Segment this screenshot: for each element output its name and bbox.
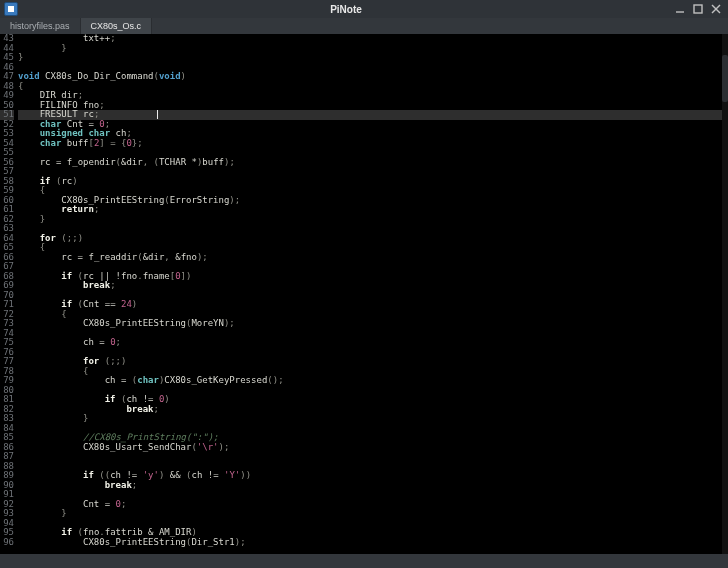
code-line[interactable]: if (rc): [18, 177, 722, 187]
code-line[interactable]: CX80s_PrintEEString(ErrorString);: [18, 196, 722, 206]
code-area[interactable]: txt++; }}void CX80s_Do_Dir_Command(void)…: [18, 34, 722, 554]
tab-bar: historyfiles.pasCX80s_Os.c: [0, 18, 728, 34]
code-line[interactable]: CX80s_Usart_SendChar('\r');: [18, 443, 722, 453]
code-line[interactable]: rc = f_readdir(&dir, &fno);: [18, 253, 722, 263]
code-line[interactable]: DIR dir;: [18, 91, 722, 101]
code-line[interactable]: [18, 167, 722, 177]
vertical-scrollbar[interactable]: [722, 34, 728, 554]
code-line[interactable]: break;: [18, 281, 722, 291]
code-line[interactable]: }: [18, 215, 722, 225]
code-line[interactable]: }: [18, 53, 722, 63]
scrollbar-thumb[interactable]: [722, 55, 728, 102]
code-line[interactable]: [18, 329, 722, 339]
code-line[interactable]: break;: [18, 481, 722, 491]
line-number: 96: [0, 538, 14, 548]
code-line[interactable]: for (;;): [18, 234, 722, 244]
code-line[interactable]: void CX80s_Do_Dir_Command(void): [18, 72, 722, 82]
maximize-button[interactable]: [692, 3, 704, 15]
code-line[interactable]: ch = 0;: [18, 338, 722, 348]
titlebar: PiNote: [0, 0, 728, 18]
close-button[interactable]: [710, 3, 722, 15]
code-line[interactable]: }: [18, 509, 722, 519]
code-line[interactable]: ch = (char)CX80s_GetKeyPressed();: [18, 376, 722, 386]
code-line[interactable]: CX80s_PrintEEString(Dir_Str1);: [18, 538, 722, 548]
code-line[interactable]: }: [18, 44, 722, 54]
code-line[interactable]: CX80s_PrintEEString(MoreYN);: [18, 319, 722, 329]
window-buttons: [674, 3, 722, 15]
text-caret: [157, 110, 158, 119]
code-line[interactable]: rc = f_opendir(&dir, (TCHAR *)buff);: [18, 158, 722, 168]
code-line[interactable]: [18, 452, 722, 462]
status-bar: [0, 554, 728, 568]
svg-rect-1: [694, 5, 702, 13]
code-line[interactable]: char buff[2] = {0};: [18, 139, 722, 149]
tab-historyfiles-pas[interactable]: historyfiles.pas: [0, 18, 81, 34]
line-number-gutter: 4344454647484950515253545556575859606162…: [0, 34, 18, 554]
code-line[interactable]: Cnt = 0;: [18, 500, 722, 510]
code-line[interactable]: FRESULT rc;: [18, 110, 722, 120]
code-line[interactable]: return;: [18, 205, 722, 215]
code-line[interactable]: FILINFO fno;: [18, 101, 722, 111]
code-line[interactable]: if (rc || !fno.fname[0]): [18, 272, 722, 282]
code-line[interactable]: {: [18, 82, 722, 92]
code-editor[interactable]: 4344454647484950515253545556575859606162…: [0, 34, 728, 554]
tab-cx80s-os-c[interactable]: CX80s_Os.c: [81, 18, 153, 34]
code-line[interactable]: txt++;: [18, 34, 722, 44]
code-line[interactable]: }: [18, 414, 722, 424]
app-icon: [4, 2, 18, 16]
code-line[interactable]: if (Cnt == 24): [18, 300, 722, 310]
code-line[interactable]: break;: [18, 405, 722, 415]
minimize-button[interactable]: [674, 3, 686, 15]
code-line[interactable]: [18, 224, 722, 234]
code-line[interactable]: for (;;): [18, 357, 722, 367]
window-title: PiNote: [18, 4, 674, 15]
